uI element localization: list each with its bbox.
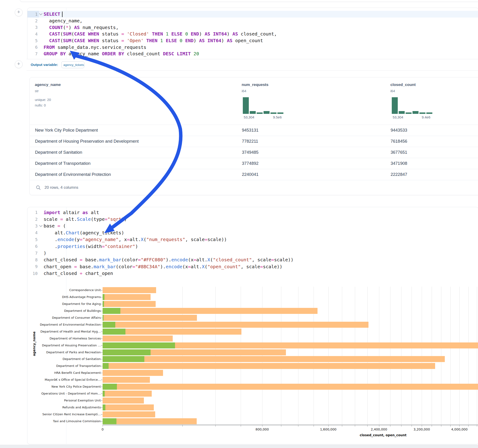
line-number: 4 <box>27 31 39 37</box>
column-stat-nulls: nulls: 0 <box>35 103 46 107</box>
code-text: chart_open = base.mark_bar(color="#8BC34… <box>43 264 283 269</box>
code-line[interactable]: 5 .encode(y="agency_name", x=alt.X("num_… <box>27 236 478 243</box>
python-editor[interactable]: 1import altair as alt2scale = alt.Scale(… <box>27 209 478 277</box>
code-text: base = ( <box>43 223 66 229</box>
code-line[interactable]: 3base = ( <box>27 223 478 229</box>
line-number: 6 <box>27 243 39 249</box>
sql-editor[interactable]: 1SELECT2 agency_name,3 COUNT(*) AS num_r… <box>27 11 478 57</box>
line-number: 7 <box>27 249 39 256</box>
code-text: CAST(SUM(CASE WHEN status = 'Open' THEN … <box>43 38 263 43</box>
line-number: 1 <box>27 11 39 18</box>
result-table-card: agency_name str unique: 20 nulls: 0 num_… <box>30 77 478 195</box>
table-cell-num-requests: 2240041 <box>242 169 258 180</box>
table-cell-agency-name: Department of Environmental Protection <box>35 169 111 180</box>
code-line[interactable]: 8chart_closed = base.mark_bar(color="#FF… <box>27 256 478 263</box>
code-text: agency_name, <box>43 18 82 24</box>
code-line[interactable]: 4 CAST(SUM(CASE WHEN status = 'Closed' T… <box>27 31 478 37</box>
histogram-closed-count <box>392 97 432 114</box>
code-line[interactable]: 1import altair as alt <box>27 209 478 216</box>
line-number: 8 <box>27 256 39 263</box>
add-cell-button-middle[interactable]: + <box>15 60 23 68</box>
histogram-max-label-num-requests: 9.5e6 <box>273 115 282 119</box>
histogram-bar <box>270 112 277 114</box>
code-line[interactable]: 2 agency_name, <box>27 18 478 24</box>
table-cell-agency-name: Department of Transportation <box>35 158 91 169</box>
histogram-bar <box>413 111 419 114</box>
table-cell-closed-count: 2222847 <box>391 169 407 180</box>
table-row[interactable]: Department of Sanitation37494853677651 <box>30 147 478 158</box>
table-cell-closed-count: 7618456 <box>391 136 407 147</box>
line-number: 7 <box>27 50 39 57</box>
line-number: 3 <box>27 223 39 229</box>
code-text: .properties(width="container") <box>43 244 138 249</box>
table-row[interactable]: Department of Transportation377489234719… <box>30 158 478 169</box>
output-variable-label: Output variable: <box>31 63 58 67</box>
line-number: 3 <box>27 24 39 31</box>
code-text: GROUP BY agency_name ORDER BY closed_cou… <box>43 51 199 56</box>
table-row[interactable]: Department of Environmental Protection22… <box>30 169 478 180</box>
histogram-bar <box>243 97 249 114</box>
table-row[interactable]: Department of Housing Preservation and D… <box>30 136 478 147</box>
table-cell-num-requests: 7782211 <box>242 136 258 147</box>
code-text: scale = alt.Scale(type="sqrt") <box>43 216 127 222</box>
table-cell-num-requests: 9453131 <box>242 125 258 136</box>
column-type-num-requests: i64 <box>242 89 246 93</box>
code-line[interactable]: 7) <box>27 249 478 256</box>
histogram-max-label-closed-count: 9.4e6 <box>422 115 430 119</box>
column-type-agency-name: str <box>35 89 39 93</box>
code-text: import altair as alt <box>43 210 99 215</box>
column-header-num-requests[interactable]: num_requests <box>242 82 268 87</box>
table-cell-agency-name: New York City Police Department <box>35 125 98 136</box>
code-text: ) <box>43 250 46 256</box>
code-line[interactable]: 6 .properties(width="container") <box>27 243 478 249</box>
code-line[interactable]: 7GROUP BY agency_name ORDER BY closed_co… <box>27 50 478 57</box>
code-line[interactable]: 3 COUNT(*) AS num_requests, <box>27 24 478 31</box>
line-number: 2 <box>27 216 39 222</box>
code-line[interactable]: 1SELECT <box>27 11 478 18</box>
histogram-bar <box>264 111 270 114</box>
line-number: 4 <box>27 229 39 236</box>
code-line[interactable]: 9chart_open = base.mark_bar(color="#8BC3… <box>27 263 478 270</box>
search-icon[interactable] <box>36 185 41 190</box>
table-cell-agency-name: Department of Housing Preservation and D… <box>35 136 138 147</box>
line-number: 10 <box>27 270 39 277</box>
code-line[interactable]: 10chart_closed + chart_open <box>27 270 478 277</box>
histogram-bar <box>426 112 432 114</box>
column-type-closed-count: i64 <box>390 89 395 93</box>
line-number: 5 <box>27 236 39 243</box>
table-cell-num-requests: 3774892 <box>242 158 258 169</box>
histogram-bar <box>392 97 398 114</box>
histogram-min-label-closed-count: 53,304 <box>393 115 403 119</box>
table-row[interactable]: New York City Police Department945313194… <box>30 125 478 136</box>
line-number: 5 <box>27 37 39 44</box>
histogram-bar <box>257 112 263 114</box>
line-number: 9 <box>27 263 39 270</box>
output-variable-pill[interactable]: agency_tickets <box>61 61 84 68</box>
table-row-count: 20 rows, 4 columns <box>44 185 78 190</box>
line-number: 6 <box>27 44 39 50</box>
column-header-agency-name[interactable]: agency_name <box>35 82 61 87</box>
column-header-closed-count[interactable]: closed_count <box>390 82 416 87</box>
python-cell-card: 1import altair as alt2scale = alt.Scale(… <box>27 207 478 444</box>
fold-chevron-icon[interactable] <box>39 225 43 227</box>
output-variable-bar: Output variable: agency_tickets <box>26 59 478 70</box>
table-cell-closed-count: 9443533 <box>391 125 407 136</box>
line-number: 2 <box>27 18 39 24</box>
fold-chevron-icon[interactable] <box>39 13 43 15</box>
previous-cell-card <box>20 0 478 2</box>
output-variable-value: agency_tickets <box>63 63 84 67</box>
code-text: SELECT <box>43 11 63 17</box>
column-stat-unique: unique: 20 <box>35 98 51 102</box>
add-cell-button-top[interactable]: + <box>15 8 23 16</box>
histogram-bar <box>399 111 405 114</box>
histogram-bar <box>406 112 412 114</box>
code-line[interactable]: 6FROM sample_data.nyc.service_requests <box>27 44 478 50</box>
histogram-num-requests <box>243 97 283 114</box>
histogram-bar <box>277 112 283 114</box>
code-line[interactable]: 2scale = alt.Scale(type="sqrt") <box>27 216 478 222</box>
code-line[interactable]: 4 alt.Chart(agency_tickets) <box>27 229 478 236</box>
histogram-bar <box>419 112 425 114</box>
histogram-bar <box>250 111 256 114</box>
code-line[interactable]: 5 CAST(SUM(CASE WHEN status = 'Open' THE… <box>27 37 478 44</box>
table-cell-closed-count: 3471908 <box>391 158 407 169</box>
